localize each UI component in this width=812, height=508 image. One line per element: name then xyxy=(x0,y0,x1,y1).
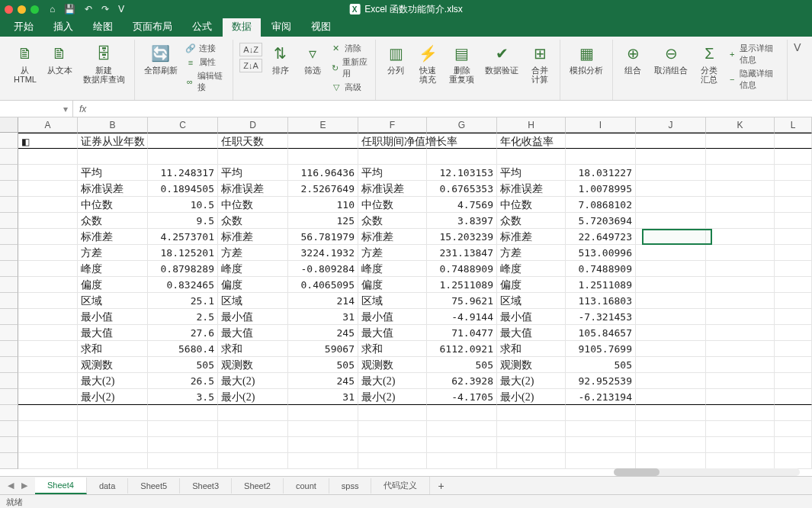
cell[interactable] xyxy=(775,197,812,213)
sheet-nav-prev-icon[interactable]: ◀ xyxy=(5,479,17,492)
cell[interactable]: 众数 xyxy=(78,213,148,229)
cell[interactable] xyxy=(288,453,358,469)
customize-qat-icon[interactable]: ᐯ xyxy=(118,4,124,14)
cell[interactable] xyxy=(706,293,775,309)
cell[interactable]: 125 xyxy=(288,213,358,229)
cell[interactable]: 最小(2) xyxy=(78,389,148,405)
from-html-button[interactable]: 🗎从 HTML xyxy=(11,41,40,85)
cell[interactable]: 3.5 xyxy=(148,389,218,405)
cell[interactable] xyxy=(775,293,812,309)
add-sheet-button[interactable]: + xyxy=(430,477,451,495)
sheet-tab[interactable]: 代码定义 xyxy=(371,477,430,494)
cell[interactable]: 113.16803 xyxy=(566,293,636,309)
cell[interactable] xyxy=(78,453,148,469)
cell[interactable]: 0.7488909 xyxy=(427,261,497,277)
cell[interactable] xyxy=(636,277,706,293)
cell[interactable] xyxy=(218,453,288,469)
cell[interactable]: 1.0078995 xyxy=(566,181,636,197)
new-db-query-button[interactable]: 🗄新建 数据库查询 xyxy=(80,41,128,85)
row-header[interactable] xyxy=(0,213,18,229)
row-header[interactable] xyxy=(0,133,18,149)
cell[interactable] xyxy=(18,325,78,341)
row-header[interactable] xyxy=(0,245,18,261)
cell[interactable]: 峰度 xyxy=(358,261,427,277)
redo-icon[interactable]: ↷ xyxy=(101,4,109,14)
cell[interactable] xyxy=(148,133,218,149)
cell[interactable] xyxy=(148,453,218,469)
cell[interactable] xyxy=(148,437,218,453)
cell[interactable]: 求和 xyxy=(218,341,288,357)
sort-button[interactable]: ⇅排序 xyxy=(267,41,294,93)
cell[interactable] xyxy=(427,421,497,437)
spreadsheet-grid[interactable]: A B C D E F G H I J K L ◧证券从业年数任职天数任职期间净… xyxy=(0,117,812,469)
cell[interactable] xyxy=(18,149,78,165)
cell[interactable]: 513.00996 xyxy=(566,245,636,261)
cell[interactable]: -4.9144 xyxy=(427,309,497,325)
col-header[interactable]: K xyxy=(706,117,775,133)
cell[interactable] xyxy=(636,341,706,357)
cell[interactable]: 10.5 xyxy=(148,197,218,213)
row-header[interactable] xyxy=(0,325,18,341)
data-validation-button[interactable]: ✔数据验证 xyxy=(482,41,522,85)
cell[interactable]: 最小值 xyxy=(78,309,148,325)
cell[interactable] xyxy=(358,421,427,437)
cell[interactable]: 62.3928 xyxy=(427,373,497,389)
sheet-tab[interactable]: spss xyxy=(329,478,372,494)
cell[interactable]: 年化收益率 xyxy=(497,133,566,149)
cell[interactable]: 22.649723 xyxy=(566,229,636,245)
cell[interactable]: 231.13847 xyxy=(427,245,497,261)
cell[interactable] xyxy=(706,277,775,293)
col-header[interactable]: G xyxy=(427,117,497,133)
save-icon[interactable]: 💾 xyxy=(64,4,75,14)
cell[interactable]: 26.5 xyxy=(148,373,218,389)
cell[interactable]: -0.809284 xyxy=(288,261,358,277)
cell[interactable] xyxy=(566,405,636,421)
cell[interactable]: 6112.0921 xyxy=(427,341,497,357)
cell[interactable]: 最小值 xyxy=(218,309,288,325)
cell[interactable]: 区域 xyxy=(497,293,566,309)
cell[interactable]: 71.0477 xyxy=(427,325,497,341)
cell[interactable] xyxy=(636,373,706,389)
cell[interactable] xyxy=(78,149,148,165)
cell[interactable] xyxy=(18,165,78,181)
cell[interactable]: 59067 xyxy=(288,341,358,357)
cell[interactable]: 标准误差 xyxy=(497,181,566,197)
cell[interactable] xyxy=(18,229,78,245)
sort-za-button[interactable]: Z↓A xyxy=(239,59,262,72)
cell[interactable] xyxy=(18,309,78,325)
tab-formulas[interactable]: 公式 xyxy=(183,17,221,37)
cell[interactable]: 区域 xyxy=(358,293,427,309)
row-header[interactable] xyxy=(0,405,18,421)
cell[interactable] xyxy=(636,133,706,149)
cell[interactable]: 最小值 xyxy=(358,309,427,325)
cell[interactable] xyxy=(18,261,78,277)
cell[interactable]: 标准误差 xyxy=(78,181,148,197)
cell[interactable]: 2.5 xyxy=(148,309,218,325)
zoom-icon[interactable] xyxy=(30,5,39,14)
cell[interactable] xyxy=(18,245,78,261)
row-header[interactable] xyxy=(0,261,18,277)
cell[interactable] xyxy=(636,405,706,421)
cell[interactable]: 众数 xyxy=(358,213,427,229)
cell[interactable] xyxy=(497,453,566,469)
cell[interactable]: 15.203239 xyxy=(427,229,497,245)
cell[interactable]: 观测数 xyxy=(358,357,427,373)
row-header[interactable] xyxy=(0,373,18,389)
cell[interactable] xyxy=(706,229,775,245)
cell[interactable]: 中位数 xyxy=(497,197,566,213)
cell[interactable]: 观测数 xyxy=(78,357,148,373)
row-header[interactable] xyxy=(0,309,18,325)
cell[interactable] xyxy=(18,213,78,229)
cell[interactable] xyxy=(566,437,636,453)
tab-start[interactable]: 开始 xyxy=(5,17,43,37)
col-header[interactable]: H xyxy=(497,117,566,133)
tab-view[interactable]: 视图 xyxy=(302,17,340,37)
cell[interactable]: 众数 xyxy=(497,213,566,229)
cell[interactable]: 505 xyxy=(148,357,218,373)
row-header[interactable] xyxy=(0,229,18,245)
cell[interactable] xyxy=(636,197,706,213)
cell[interactable] xyxy=(706,421,775,437)
connections-button[interactable]: 🔗连接 xyxy=(185,43,226,54)
cell[interactable] xyxy=(706,341,775,357)
cell[interactable] xyxy=(148,405,218,421)
